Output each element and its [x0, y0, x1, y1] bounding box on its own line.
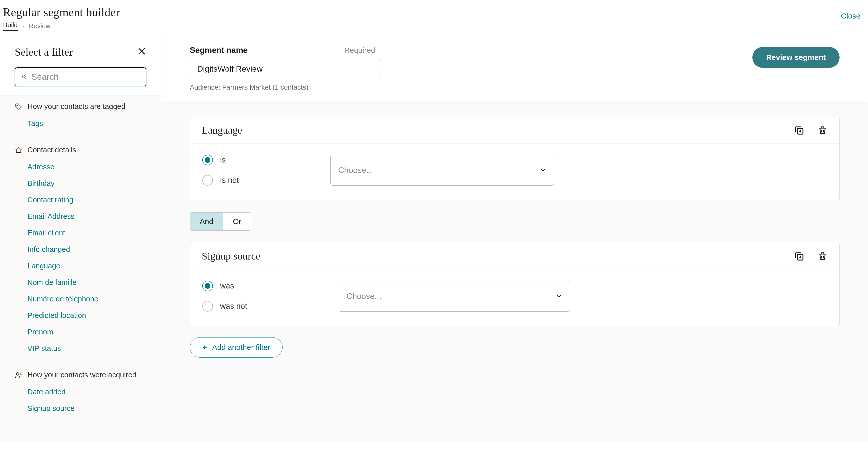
trash-icon[interactable]	[817, 125, 828, 135]
chevron-down-icon	[540, 167, 546, 173]
tag-icon	[15, 103, 22, 110]
radio-was-not[interactable]: was not	[202, 301, 247, 312]
layout: Select a filter How your contacts are ta…	[0, 34, 868, 442]
filter-card-signup-source: Signup source was was not	[190, 243, 840, 326]
sidebar-item-numero-de-telephone[interactable]: Numéro de téléphone	[27, 291, 146, 307]
chevron-right-icon: ›	[22, 23, 24, 29]
radio-label: is not	[220, 176, 239, 185]
card-title: Language	[202, 124, 242, 136]
radio-group: was was not	[202, 281, 247, 312]
filter-group-items: Adresse Birthday Contact rating Email Ad…	[15, 159, 146, 357]
radio-is-not[interactable]: is not	[202, 175, 239, 186]
sidebar-item-adresse[interactable]: Adresse	[27, 159, 146, 175]
radio-label: is	[220, 155, 226, 165]
add-another-filter-button[interactable]: + Add another filter	[190, 337, 283, 358]
close-link[interactable]: Close	[841, 6, 860, 20]
sidebar-item-predicted-location[interactable]: Predicted location	[27, 307, 146, 324]
filter-group-label: Contact details	[27, 146, 76, 154]
trash-icon[interactable]	[817, 251, 828, 261]
filter-group-items: Date added Signup source	[15, 384, 146, 417]
card-title: Signup source	[202, 250, 260, 262]
close-icon[interactable]	[137, 47, 146, 57]
sidebar-item-signup-source[interactable]: Signup source	[27, 400, 146, 417]
radio-button[interactable]	[202, 301, 213, 312]
sidebar-head: Select a filter	[15, 46, 146, 58]
card-head: Signup source	[190, 243, 839, 269]
search-field-wrap[interactable]	[15, 67, 146, 86]
breadcrumb: Build › Review	[3, 21, 120, 31]
sidebar-item-contact-rating[interactable]: Contact rating	[27, 192, 146, 208]
add-filter-label: Add another filter	[212, 343, 270, 352]
required-label: Required	[344, 46, 375, 55]
header-left: Regular segment builder Build › Review	[3, 6, 120, 31]
dropdown-placeholder: Choose...	[347, 292, 381, 301]
segment-name-label: Segment name	[190, 45, 248, 55]
radio-is[interactable]: is	[202, 155, 239, 165]
svg-line-3	[25, 77, 26, 78]
review-segment-button[interactable]: Review segment	[752, 47, 840, 68]
home-icon	[15, 146, 22, 154]
radio-button[interactable]	[202, 281, 213, 291]
breadcrumb-build[interactable]: Build	[3, 21, 18, 31]
radio-button[interactable]	[202, 155, 213, 165]
segment-name-bar: Segment name Required Audience: Farmers …	[161, 34, 868, 102]
filter-group-label: How your contacts are tagged	[27, 102, 125, 111]
filter-group-label: How your contacts were acquired	[27, 371, 136, 379]
svg-point-5	[16, 373, 19, 375]
svg-point-4	[17, 105, 18, 106]
search-icon	[22, 73, 27, 81]
duplicate-icon[interactable]	[794, 251, 804, 261]
filter-group-tagged: How your contacts are tagged Tags	[0, 96, 161, 139]
choose-dropdown[interactable]: Choose...	[330, 155, 554, 186]
breadcrumb-review[interactable]: Review	[29, 22, 50, 30]
sidebar-top: Select a filter	[0, 34, 161, 96]
radio-label: was	[220, 281, 234, 291]
chevron-down-icon	[556, 293, 562, 299]
filter-group-contact-details: Contact details Adresse Birthday Contact…	[0, 139, 161, 364]
sidebar-item-email-client[interactable]: Email client	[27, 225, 146, 241]
connector-toggle: And Or	[190, 212, 251, 231]
card-head: Language	[190, 117, 839, 143]
filter-groups: How your contacts are tagged Tags Contac…	[0, 96, 161, 442]
filter-group-head: Contact details	[15, 146, 146, 154]
connector-and-button[interactable]: And	[190, 213, 223, 230]
choose-dropdown[interactable]: Choose...	[339, 281, 570, 312]
connector-or-button[interactable]: Or	[223, 213, 251, 230]
sidebar-item-language[interactable]: Language	[27, 258, 146, 274]
sidebar-item-birthday[interactable]: Birthday	[27, 175, 146, 192]
sidebar-item-nom-de-famille[interactable]: Nom de famille	[27, 274, 146, 291]
search-input[interactable]	[31, 72, 139, 82]
page-title: Regular segment builder	[3, 6, 120, 19]
plus-icon: +	[202, 343, 207, 351]
sidebar-item-prenom[interactable]: Prénom	[27, 324, 146, 340]
filter-card-language: Language is is not	[190, 117, 840, 200]
radio-was[interactable]: was	[202, 281, 247, 291]
segment-name-left: Segment name Required Audience: Farmers …	[190, 45, 380, 91]
duplicate-icon[interactable]	[794, 125, 804, 135]
card-body: is is not Choose...	[190, 143, 839, 200]
sidebar-item-info-changed[interactable]: Info changed	[27, 241, 146, 258]
user-plus-icon	[15, 371, 22, 379]
filter-group-head: How your contacts are tagged	[15, 102, 146, 111]
radio-label: was not	[220, 302, 247, 311]
filter-group-acquired: How your contacts were acquired Date add…	[0, 364, 161, 424]
radio-group: is is not	[202, 155, 239, 186]
sidebar: Select a filter How your contacts are ta…	[0, 34, 161, 442]
connector-row: And Or	[190, 212, 840, 231]
sidebar-item-vip-status[interactable]: VIP status	[27, 340, 146, 357]
sidebar-title: Select a filter	[15, 46, 73, 58]
sidebar-item-date-added[interactable]: Date added	[27, 384, 146, 400]
card-body: was was not Choose...	[190, 269, 839, 326]
canvas: Language is is not	[161, 102, 868, 373]
main: Segment name Required Audience: Farmers …	[161, 34, 868, 442]
segment-name-input[interactable]	[190, 59, 380, 79]
card-actions	[794, 125, 828, 135]
dropdown-placeholder: Choose...	[338, 166, 373, 175]
sidebar-item-email-address[interactable]: Email Address	[27, 208, 146, 225]
audience-note: Audience: Farmers Market (1 contacts)	[190, 84, 380, 91]
filter-group-items: Tags	[15, 115, 146, 132]
segment-name-label-row: Segment name Required	[190, 45, 380, 55]
sidebar-item-tags[interactable]: Tags	[27, 115, 146, 132]
card-actions	[794, 251, 828, 261]
radio-button[interactable]	[202, 175, 213, 186]
